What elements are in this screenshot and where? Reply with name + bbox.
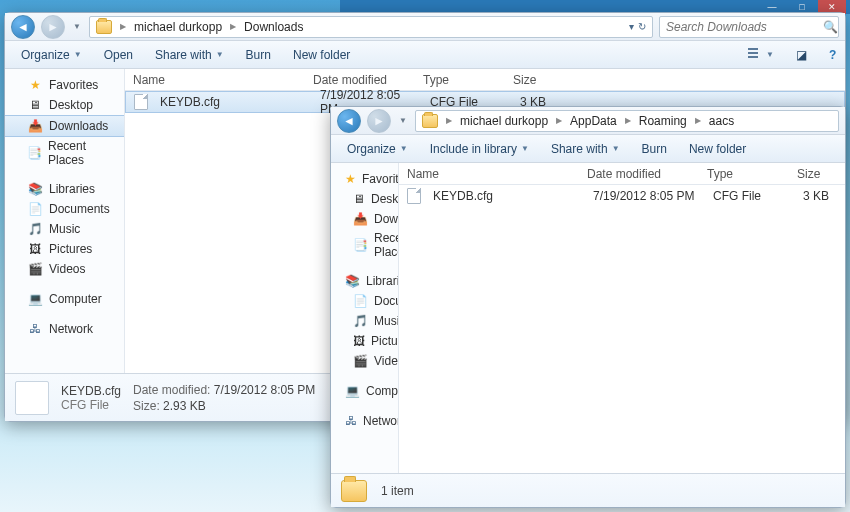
computer-icon: 💻 [27, 291, 43, 307]
breadcrumb-segment[interactable]: michael durkopp [460, 114, 548, 128]
col-type[interactable]: Type [415, 69, 505, 90]
nav-videos[interactable]: 🎬Videos [331, 351, 398, 371]
help-button[interactable]: ? [819, 44, 839, 66]
breadcrumb-segment[interactable]: Downloads [244, 20, 303, 34]
chevron-right-icon[interactable]: ▶ [693, 116, 703, 125]
star-icon: ★ [27, 77, 43, 93]
file-name: KEYDB.cfg [425, 189, 585, 203]
nav-network[interactable]: 🖧Network [5, 319, 124, 339]
nav-favorites[interactable]: ★Favorites [5, 75, 124, 95]
forward-button[interactable]: ► [367, 109, 391, 133]
videos-icon: 🎬 [27, 261, 43, 277]
dropdown-icon[interactable]: ▾ [629, 21, 634, 32]
include-in-library-button[interactable]: Include in library▼ [420, 138, 539, 160]
breadcrumb-segment[interactable]: aacs [709, 114, 734, 128]
nav-network[interactable]: 🖧Network [331, 411, 398, 431]
chevron-right-icon[interactable]: ▶ [554, 116, 564, 125]
col-size[interactable]: Size [505, 69, 565, 90]
nav-computer[interactable]: 💻Computer [5, 289, 124, 309]
nav-downloads[interactable]: 📥Downloads [5, 115, 124, 137]
music-icon: 🎵 [27, 221, 43, 237]
toolbar: Organize▼ Open Share with▼ Burn New fold… [5, 41, 845, 69]
file-type: CFG File [705, 189, 795, 203]
search-input[interactable] [666, 20, 817, 34]
organize-button[interactable]: Organize▼ [11, 44, 92, 66]
col-size[interactable]: Size [789, 163, 839, 184]
status-bar: 1 item [331, 473, 845, 507]
nav-libraries[interactable]: 📚Libraries [331, 271, 398, 291]
libraries-icon: 📚 [345, 273, 360, 289]
nav-favorites[interactable]: ★Favorites [331, 169, 398, 189]
nav-recent-places[interactable]: 📑Recent Places [331, 229, 398, 261]
forward-button[interactable]: ► [41, 15, 65, 39]
column-headers[interactable]: Name Date modified Type Size [125, 69, 845, 91]
address-bar[interactable]: ▶ michael durkopp ▶ Downloads ▾ ↻ [89, 16, 653, 38]
documents-icon: 📄 [27, 201, 43, 217]
chevron-right-icon[interactable]: ▶ [444, 116, 454, 125]
refresh-icon[interactable]: ↻ [638, 21, 646, 32]
col-date[interactable]: Date modified [579, 163, 699, 184]
nav-documents[interactable]: 📄Documents [331, 291, 398, 311]
navigation-pane: ★Favorites 🖥Desktop 📥Downloads 📑Recent P… [331, 163, 399, 473]
music-icon: 🎵 [353, 313, 368, 329]
star-icon: ★ [345, 171, 356, 187]
downloads-icon: 📥 [353, 211, 368, 227]
nav-downloads[interactable]: 📥Downloads [331, 209, 398, 229]
navigation-pane: ★Favorites 🖥Desktop 📥Downloads 📑Recent P… [5, 69, 125, 373]
nav-desktop[interactable]: 🖥Desktop [331, 189, 398, 209]
libraries-icon: 📚 [27, 181, 43, 197]
nav-documents[interactable]: 📄Documents [5, 199, 124, 219]
breadcrumb-segment[interactable]: Roaming [639, 114, 687, 128]
pictures-icon: 🖼 [27, 241, 43, 257]
burn-button[interactable]: Burn [632, 138, 677, 160]
recent-icon: 📑 [27, 145, 42, 161]
nav-music[interactable]: 🎵Music [5, 219, 124, 239]
chevron-right-icon[interactable]: ▶ [118, 22, 128, 31]
burn-button[interactable]: Burn [236, 44, 281, 66]
col-name[interactable]: Name [125, 69, 305, 90]
share-with-button[interactable]: Share with▼ [145, 44, 234, 66]
desktop-icon: 🖥 [27, 97, 43, 113]
nav-pictures[interactable]: 🖼Pictures [331, 331, 398, 351]
status-count: 1 item [381, 484, 414, 498]
nav-recent-places[interactable]: 📑Recent Places [5, 137, 124, 169]
back-button[interactable]: ◄ [11, 15, 35, 39]
col-type[interactable]: Type [699, 163, 789, 184]
search-box[interactable]: 🔍 [659, 16, 839, 38]
recent-icon: 📑 [353, 237, 368, 253]
share-with-button[interactable]: Share with▼ [541, 138, 630, 160]
nav-music[interactable]: 🎵Music [331, 311, 398, 331]
nav-videos[interactable]: 🎬Videos [5, 259, 124, 279]
nav-libraries[interactable]: 📚Libraries [5, 179, 124, 199]
desktop-icon: 🖥 [353, 191, 365, 207]
search-icon: 🔍 [823, 20, 838, 34]
address-bar[interactable]: ▶ michael durkopp ▶ AppData ▶ Roaming ▶ … [415, 110, 839, 132]
history-dropdown-icon[interactable]: ▼ [397, 116, 409, 125]
nav-pictures[interactable]: 🖼Pictures [5, 239, 124, 259]
open-button[interactable]: Open [94, 44, 143, 66]
preview-pane-button[interactable]: ◪ [786, 44, 817, 66]
breadcrumb-segment[interactable]: AppData [570, 114, 617, 128]
file-name: KEYDB.cfg [152, 95, 312, 109]
col-date[interactable]: Date modified [305, 69, 415, 90]
history-dropdown-icon[interactable]: ▼ [71, 22, 83, 31]
column-headers[interactable]: Name Date modified Type Size [399, 163, 845, 185]
chevron-right-icon[interactable]: ▶ [228, 22, 238, 31]
new-folder-button[interactable]: New folder [283, 44, 360, 66]
file-size: 3 KB [795, 189, 845, 203]
chevron-right-icon[interactable]: ▶ [623, 116, 633, 125]
col-name[interactable]: Name [399, 163, 579, 184]
network-icon: 🖧 [345, 413, 357, 429]
view-options-button[interactable]: ▼ [734, 44, 784, 66]
file-row[interactable]: KEYDB.cfg 7/19/2012 8:05 PM CFG File 3 K… [399, 185, 845, 207]
nav-desktop[interactable]: 🖥Desktop [5, 95, 124, 115]
folder-icon [96, 20, 112, 34]
documents-icon: 📄 [353, 293, 368, 309]
pictures-icon: 🖼 [353, 333, 365, 349]
new-folder-button[interactable]: New folder [679, 138, 756, 160]
file-icon [407, 188, 421, 204]
back-button[interactable]: ◄ [337, 109, 361, 133]
nav-computer[interactable]: 💻Computer [331, 381, 398, 401]
breadcrumb-segment[interactable]: michael durkopp [134, 20, 222, 34]
organize-button[interactable]: Organize▼ [337, 138, 418, 160]
